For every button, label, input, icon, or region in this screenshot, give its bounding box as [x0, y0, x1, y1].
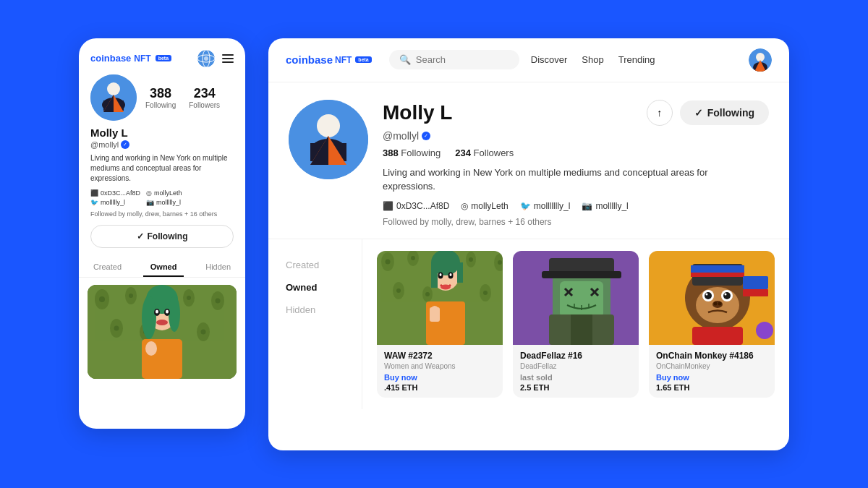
- mobile-followers-label: Followers: [189, 101, 220, 109]
- desktop-logo-nft: NFT: [335, 55, 352, 65]
- mobile-bio: Living and working in New York on multip…: [90, 153, 234, 184]
- mobile-beta-badge: beta: [156, 55, 171, 61]
- desktop-nav-avatar[interactable]: [749, 48, 772, 72]
- nft-action-monkey[interactable]: Buy now: [656, 373, 767, 382]
- nft-collection-monkey: OnChainMonkey: [656, 362, 767, 370]
- mobile-following-label: Following: [148, 231, 188, 241]
- svg-rect-77: [430, 307, 440, 322]
- nft-info-waw: WAW #2372 Women and Weapons Buy now .415…: [377, 345, 503, 398]
- desktop-avatar: [289, 100, 368, 179]
- desktop-following-stat: 388 Following: [383, 147, 441, 158]
- desktop-wallet-link: ⬛ 0xD3C...Af8D: [383, 201, 449, 211]
- mobile-verified-badge: [121, 140, 129, 149]
- desktop-twitter-link: 🐦 mollllllly_l: [520, 201, 571, 211]
- nav-discover[interactable]: Discover: [531, 54, 568, 65]
- svg-point-44: [317, 114, 340, 137]
- mobile-tab-created[interactable]: Created: [86, 258, 129, 277]
- sidebar-tab-hidden[interactable]: Hidden: [268, 299, 362, 321]
- desktop-ens-link: ◎ mollyLeth: [461, 201, 508, 211]
- following-button[interactable]: ✓ Following: [680, 100, 769, 125]
- ens-icon: ◎: [146, 189, 152, 197]
- mobile-logo: coinbase NFT beta: [90, 53, 171, 64]
- nft-image-waw: [377, 251, 503, 345]
- nav-shop[interactable]: Shop: [582, 54, 603, 65]
- nft-price-waw: .415 ETH: [384, 383, 495, 392]
- desktop-ens-icon: ◎: [461, 201, 468, 211]
- nft-action-waw[interactable]: Buy now: [384, 373, 495, 382]
- desktop-twitter-icon: 🐦: [520, 201, 531, 211]
- search-input[interactable]: [416, 54, 509, 65]
- svg-point-74: [441, 284, 451, 289]
- desktop-bio: Living and working in New York on multip…: [383, 166, 730, 194]
- nft-action-deadfellaz: last sold: [520, 373, 631, 382]
- followers-stat-label: Followers: [474, 147, 514, 158]
- svg-point-103: [725, 293, 727, 295]
- mobile-card: coinbase NFT beta: [79, 38, 245, 429]
- desktop-stats: 388 Following 234 Followers: [383, 147, 769, 158]
- mobile-followed-by: Followed by molly, drew, barnes + 16 oth…: [90, 210, 217, 218]
- instagram-icon: 📷: [146, 199, 154, 206]
- mobile-profile-handle: @mollyl: [90, 140, 129, 149]
- mobile-tab-hidden[interactable]: Hidden: [198, 258, 238, 277]
- desktop-verified-badge: [422, 132, 430, 140]
- desktop-beta-badge: beta: [355, 56, 371, 63]
- search-bar[interactable]: 🔍: [389, 50, 519, 69]
- desktop-instagram-icon: 📷: [582, 201, 592, 211]
- desktop-links: ⬛ 0xD3C...Af8D ◎ mollyLeth 🐦 mollllllly_…: [383, 201, 769, 211]
- svg-rect-82: [560, 281, 603, 317]
- svg-point-12: [99, 296, 105, 302]
- following-label: Following: [707, 107, 754, 119]
- svg-point-18: [187, 296, 191, 300]
- desktop-profile: Molly L ↑ ✓ Following @mollyl: [268, 82, 789, 239]
- svg-rect-107: [692, 327, 743, 345]
- mobile-globe-icon[interactable]: [197, 50, 215, 67]
- svg-point-102: [706, 293, 708, 295]
- svg-point-61: [396, 288, 401, 293]
- svg-point-106: [718, 301, 722, 305]
- desktop-content: WAW #2372 Women and Weapons Buy now .415…: [362, 239, 789, 409]
- main-container: coinbase NFT beta: [64, 24, 804, 465]
- mobile-logo-nft: NFT: [134, 53, 150, 64]
- mobile-tabs: Created Owned Hidden: [79, 258, 245, 278]
- mobile-links: ⬛ 0xD3C...Af8D ◎ mollyLeth 🐦 mollllly_l …: [90, 189, 196, 206]
- desktop-logo-coinbase: coinbase: [286, 53, 333, 66]
- mobile-profile-name: Molly L: [90, 127, 128, 139]
- mobile-menu-button[interactable]: [222, 54, 234, 63]
- svg-rect-96: [691, 265, 744, 273]
- svg-point-72: [440, 273, 442, 276]
- svg-rect-91: [571, 314, 592, 345]
- mobile-check-icon: ✓: [137, 231, 144, 241]
- mobile-following-button[interactable]: ✓ Following: [90, 225, 234, 248]
- sidebar-tab-owned[interactable]: Owned: [268, 276, 362, 299]
- mobile-instagram-link: 📷 mollllly_l: [146, 199, 196, 206]
- mobile-following-label: Following: [145, 101, 176, 109]
- svg-rect-108: [743, 276, 768, 289]
- desktop-logo: coinbase NFT beta: [286, 53, 372, 66]
- share-button[interactable]: ↑: [647, 100, 673, 126]
- nav-trending[interactable]: Trending: [618, 54, 655, 65]
- share-icon: ↑: [657, 107, 662, 119]
- desktop-navbar: coinbase NFT beta 🔍 Discover Shop Trendi…: [268, 38, 789, 82]
- svg-point-65: [483, 291, 488, 295]
- svg-point-110: [756, 322, 773, 339]
- mobile-wallet-link: ⬛ 0xD3C...Af8D: [90, 189, 140, 197]
- mobile-nft-image: [88, 285, 237, 379]
- nft-price-monkey: 1.65 ETH: [656, 383, 767, 392]
- mobile-followers-num: 234: [194, 86, 216, 101]
- svg-rect-69: [457, 262, 463, 283]
- sidebar-tab-created[interactable]: Created: [268, 254, 362, 276]
- nft-card-deadfellaz[interactable]: DeadFellaz #16 DeadFellaz last sold 2.5 …: [513, 251, 639, 398]
- nft-card-monkey[interactable]: OnChain Monkey #4186 OnChainMonkey Buy n…: [649, 251, 775, 398]
- svg-point-51: [386, 259, 391, 264]
- nft-card-waw[interactable]: WAW #2372 Women and Weapons Buy now .415…: [377, 251, 503, 398]
- svg-point-30: [169, 296, 180, 332]
- desktop-profile-actions: ↑ ✓ Following: [647, 100, 769, 126]
- nft-title-monkey: OnChain Monkey #4186: [656, 351, 767, 361]
- svg-point-22: [114, 325, 119, 330]
- svg-point-100: [705, 292, 712, 299]
- nft-title-deadfellaz: DeadFellaz #16: [520, 351, 631, 361]
- mobile-header: coinbase NFT beta: [79, 38, 245, 74]
- desktop-profile-name: Molly L: [383, 101, 452, 124]
- desktop-profile-info: Molly L ↑ ✓ Following @mollyl: [383, 100, 769, 227]
- mobile-tab-owned[interactable]: Owned: [143, 258, 184, 277]
